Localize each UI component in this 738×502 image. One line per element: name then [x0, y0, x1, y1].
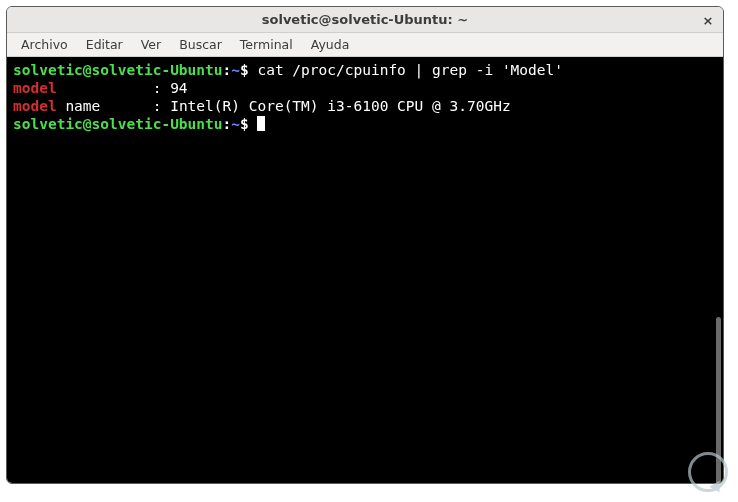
terminal-line: solvetic@solvetic-Ubuntu:~$ cat /proc/cp…	[13, 61, 717, 79]
prompt-dollar: $	[240, 62, 249, 78]
command-text: cat /proc/cpuinfo | grep -i 'Model'	[249, 62, 563, 78]
output-text: : Intel(R) Core(TM) i3-6100 CPU @ 3.70GH…	[100, 98, 510, 114]
terminal-line: model : 94	[13, 79, 717, 97]
menu-terminal[interactable]: Terminal	[232, 35, 301, 54]
terminal-window: solvetic@solvetic-Ubuntu: ~ × Archivo Ed…	[6, 6, 724, 484]
prompt-path: ~	[231, 116, 240, 132]
menu-ver[interactable]: Ver	[133, 35, 169, 54]
terminal-line: solvetic@solvetic-Ubuntu:~$	[13, 115, 717, 133]
grep-match: model	[13, 80, 57, 96]
prompt-user: solvetic@solvetic-Ubuntu	[13, 62, 223, 78]
grep-match: model	[13, 98, 57, 114]
window-title: solvetic@solvetic-Ubuntu: ~	[262, 12, 468, 27]
cursor-icon	[257, 116, 265, 131]
titlebar[interactable]: solvetic@solvetic-Ubuntu: ~ ×	[7, 7, 723, 33]
chat-bubble-icon[interactable]	[688, 452, 728, 492]
menu-ayuda[interactable]: Ayuda	[303, 35, 358, 54]
command-text	[249, 116, 258, 132]
terminal-line: model name : Intel(R) Core(TM) i3-6100 C…	[13, 97, 717, 115]
menu-buscar[interactable]: Buscar	[171, 35, 230, 54]
menu-editar[interactable]: Editar	[78, 35, 131, 54]
output-text: : 94	[57, 80, 188, 96]
prompt-sep: :	[223, 116, 232, 132]
prompt-path: ~	[231, 62, 240, 78]
output-text: name	[57, 98, 101, 114]
prompt-sep: :	[223, 62, 232, 78]
menu-archivo[interactable]: Archivo	[13, 35, 76, 54]
terminal-body[interactable]: solvetic@solvetic-Ubuntu:~$ cat /proc/cp…	[7, 57, 723, 483]
prompt-dollar: $	[240, 116, 249, 132]
menubar: Archivo Editar Ver Buscar Terminal Ayuda	[7, 33, 723, 57]
prompt-user: solvetic@solvetic-Ubuntu	[13, 116, 223, 132]
close-icon[interactable]: ×	[699, 11, 717, 29]
